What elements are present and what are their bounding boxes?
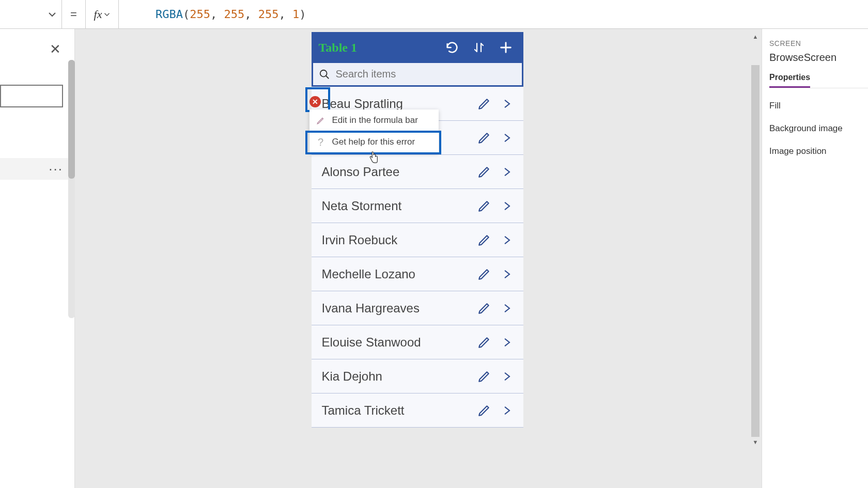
list-item-name: Elouise Stanwood — [322, 335, 473, 350]
chevron-right-icon[interactable] — [495, 399, 518, 422]
edit-icon[interactable] — [473, 161, 495, 183]
scroll-up-icon[interactable]: ▲ — [751, 32, 760, 41]
list-item-name: Irvin Roebuck — [322, 233, 473, 247]
close-icon[interactable]: ✕ — [50, 41, 61, 57]
chevron-right-icon[interactable] — [495, 92, 518, 115]
chevron-right-icon[interactable] — [495, 195, 518, 217]
list-item-name: Ivana Hargreaves — [322, 301, 473, 316]
edit-icon[interactable] — [473, 229, 495, 251]
list-item-name: Alonso Partee — [322, 165, 473, 179]
list-item-name: Beau Spratling — [322, 97, 473, 111]
prop-background-image[interactable]: Background image — [769, 123, 868, 134]
tree-item[interactable]: ··· — [0, 158, 72, 180]
menu-item-label: Get help for this error — [332, 137, 415, 147]
canvas-area: ▲ ▼ Table 1 — [75, 29, 762, 488]
search-box[interactable] — [312, 63, 523, 87]
tab-properties[interactable]: Properties — [769, 73, 810, 88]
chevron-down-icon — [104, 11, 110, 18]
refresh-icon[interactable] — [442, 37, 462, 58]
app-preview: Table 1 Beau S — [194, 32, 643, 473]
equals-label: = — [62, 0, 86, 29]
formula-bar: = fx RGBA(255, 255, 255, 1) — [0, 0, 868, 29]
list-item[interactable]: Kia Dejohn — [312, 359, 523, 393]
edit-icon[interactable] — [473, 127, 495, 149]
chevron-right-icon[interactable] — [495, 263, 518, 286]
edit-icon[interactable] — [473, 92, 495, 115]
list-item-name: Neta Storment — [322, 199, 473, 213]
chevron-right-icon[interactable] — [495, 161, 518, 183]
scrollbar[interactable] — [751, 65, 760, 437]
pencil-icon — [316, 115, 326, 125]
edit-icon[interactable] — [473, 331, 495, 354]
chevron-down-icon — [48, 10, 56, 19]
menu-get-help[interactable]: ? Get help for this error — [309, 131, 439, 153]
chevron-right-icon[interactable] — [495, 297, 518, 320]
search-icon — [313, 69, 336, 80]
screen-name-label: BrowseScreen — [769, 52, 868, 64]
edit-icon[interactable] — [473, 297, 495, 320]
menu-item-label: Edit in the formula bar — [332, 115, 418, 125]
tree-view-panel: ✕ ··· — [0, 29, 75, 488]
search-input[interactable] — [336, 68, 522, 80]
list-item[interactable]: Neta Storment — [312, 189, 523, 223]
category-label: SCREEN — [769, 39, 868, 48]
add-icon[interactable] — [495, 37, 516, 58]
sort-icon[interactable] — [469, 37, 489, 58]
list-item[interactable]: Irvin Roebuck — [312, 223, 523, 257]
chevron-right-icon[interactable] — [495, 229, 518, 251]
list-item-name: Kia Dejohn — [322, 369, 473, 384]
list-item-name: Tamica Trickett — [322, 403, 473, 418]
tree-search-input[interactable] — [0, 85, 63, 107]
chevron-right-icon[interactable] — [495, 127, 518, 149]
chevron-right-icon[interactable] — [495, 365, 518, 388]
list-item[interactable]: Alonso Partee — [312, 155, 523, 189]
fx-label: fx — [94, 8, 102, 21]
prop-fill[interactable]: Fill — [769, 101, 868, 111]
scroll-down-icon[interactable]: ▼ — [751, 437, 760, 447]
fx-button[interactable]: fx — [86, 0, 119, 29]
edit-icon[interactable] — [473, 365, 495, 388]
list-item-name: Mechelle Lozano — [322, 267, 473, 281]
property-dropdown[interactable] — [0, 0, 62, 29]
properties-panel: SCREEN BrowseScreen Properties Fill Back… — [762, 29, 868, 488]
app-header: Table 1 — [312, 32, 523, 63]
prop-image-position[interactable]: Image position — [769, 146, 868, 156]
list-item[interactable]: Elouise Stanwood — [312, 325, 523, 359]
app-title: Table 1 — [319, 41, 436, 55]
chevron-right-icon[interactable] — [495, 331, 518, 354]
list-item[interactable]: Mechelle Lozano — [312, 257, 523, 291]
list-item[interactable]: Ivana Hargreaves — [312, 291, 523, 325]
menu-edit-formula[interactable]: Edit in the formula bar — [309, 109, 439, 131]
question-icon: ? — [316, 137, 326, 147]
edit-icon[interactable] — [473, 263, 495, 286]
error-context-menu: Edit in the formula bar ? Get help for t… — [309, 109, 439, 153]
more-icon[interactable]: ··· — [49, 161, 63, 177]
scrollbar[interactable] — [68, 60, 75, 318]
edit-icon[interactable] — [473, 195, 495, 217]
edit-icon[interactable] — [473, 399, 495, 422]
error-badge-icon[interactable]: ✕ — [309, 96, 321, 107]
svg-point-0 — [320, 70, 327, 76]
list-item[interactable]: Tamica Trickett — [312, 393, 523, 428]
